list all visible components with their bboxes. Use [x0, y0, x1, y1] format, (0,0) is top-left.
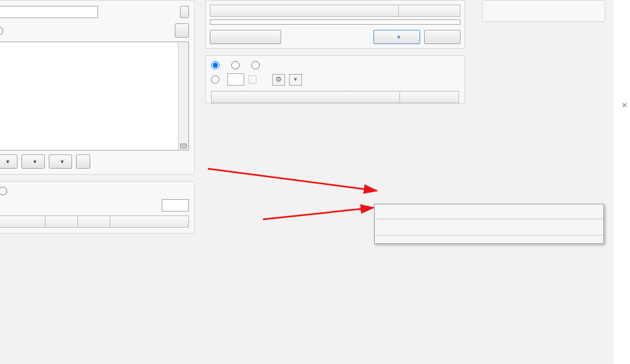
settings-icon[interactable]: ⚙ [272, 74, 285, 86]
annotation-arrow [260, 201, 390, 227]
manual-poster-radio[interactable] [231, 61, 242, 69]
menu-separator [375, 219, 603, 219]
menu-transfer-websites[interactable] [375, 221, 603, 227]
svg-line-0 [208, 169, 377, 191]
urls-count [210, 19, 460, 25]
footprint-input[interactable] [0, 6, 98, 18]
ping-value-input[interactable] [227, 73, 244, 86]
menu-add-blogs[interactable] [375, 211, 603, 217]
clear-keywords-button[interactable] [76, 154, 90, 169]
scrollbar[interactable] [178, 42, 188, 150]
keywords-list[interactable] [0, 42, 189, 151]
urls-table[interactable] [210, 5, 460, 17]
svg-line-1 [263, 208, 373, 219]
use-detailed-harvester-radio[interactable] [0, 187, 10, 195]
menu-transfer-blogs[interactable] [375, 204, 603, 211]
urls-col-header[interactable] [210, 5, 399, 17]
annotation-arrow [201, 167, 396, 219]
dropdown-icon[interactable]: ▼ [289, 74, 302, 86]
proxy-port-header[interactable] [45, 216, 78, 228]
close-icon[interactable]: ✕ [622, 101, 627, 110]
poster-status-header[interactable] [400, 91, 459, 103]
list-dropdown-menu [374, 204, 604, 244]
proxy-ip-header[interactable] [0, 216, 45, 228]
latest-version-label [486, 8, 490, 16]
browser-ping-check [248, 75, 259, 84]
menu-add-websites[interactable] [375, 227, 603, 234]
more-button[interactable]: ▼ [49, 154, 72, 169]
proxy-table[interactable] [0, 215, 189, 228]
menu-replace-proxy[interactable] [375, 237, 603, 243]
start-harvesting-button[interactable] [210, 30, 281, 44]
scrape-button[interactable]: ▼ [0, 154, 18, 169]
fast-poster-radio[interactable] [211, 61, 222, 69]
tcyu-col-header[interactable] [399, 5, 460, 17]
proxy-pass-header[interactable] [110, 216, 189, 228]
c-button[interactable] [180, 6, 189, 18]
menu-separator [375, 235, 603, 236]
clear-urls-button[interactable] [424, 30, 460, 44]
save-button[interactable]: ▼ [21, 154, 45, 169]
ping-radio[interactable] [211, 75, 222, 84]
trackback-radio[interactable] [251, 61, 262, 69]
platforms-radio[interactable] [0, 27, 6, 35]
platforms-button[interactable] [175, 23, 189, 38]
list-dropdown-button[interactable]: ▼ [373, 30, 420, 44]
poster-urls-header[interactable] [212, 91, 400, 103]
side-strip: ✕ [614, 0, 630, 364]
poster-urls-table[interactable] [211, 91, 459, 103]
results-input[interactable] [162, 199, 189, 212]
proxy-user-header[interactable] [78, 216, 110, 228]
